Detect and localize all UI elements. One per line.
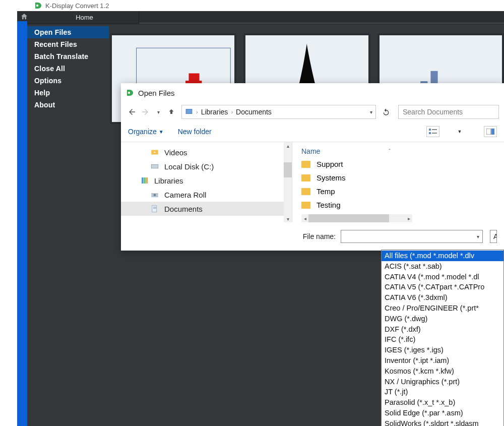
tree-item-libraries[interactable]: Libraries bbox=[121, 173, 292, 188]
sort-indicator-icon: ˆ bbox=[389, 149, 390, 154]
svg-rect-16 bbox=[486, 129, 491, 135]
filetype-option[interactable]: CATIA V5 (*.CATpart *.CATPro bbox=[382, 282, 503, 292]
window-titlebar: K-Display Convert 1.2 bbox=[0, 0, 504, 11]
filetype-filter[interactable]: All files (*.mod *.model *.dlv bbox=[490, 230, 497, 243]
filetype-option[interactable]: DXF (*.dxf) bbox=[382, 324, 503, 335]
folder-icon bbox=[301, 161, 310, 168]
svg-rect-11 bbox=[186, 109, 192, 113]
svg-rect-13 bbox=[432, 129, 437, 130]
tab-home-label: Home bbox=[76, 14, 93, 21]
dialog-title: Open Files bbox=[138, 89, 175, 97]
filetype-option[interactable]: NX / Unigraphics (*.prt) bbox=[382, 377, 503, 387]
menu-item-batch-translate[interactable]: Batch Translate bbox=[27, 50, 109, 63]
dialog-toolbar: Organize ▼ New folder ▼ bbox=[121, 121, 504, 142]
menu-item-help[interactable]: Help bbox=[27, 87, 109, 99]
nav-forward-button[interactable] bbox=[139, 106, 151, 118]
scroll-up-icon[interactable]: ▴ bbox=[284, 142, 292, 149]
filetype-option[interactable]: DWG (*.dwg) bbox=[382, 314, 503, 324]
menu-item-options[interactable]: Options bbox=[27, 75, 109, 87]
chevron-down-icon[interactable]: ▾ bbox=[477, 234, 479, 239]
svg-point-0 bbox=[36, 5, 38, 7]
tree-item-videos[interactable]: Videos bbox=[121, 145, 292, 159]
camera-icon bbox=[150, 190, 159, 199]
nav-up-button[interactable] bbox=[165, 106, 177, 118]
file-row[interactable]: Testing bbox=[301, 198, 504, 212]
column-header-name[interactable]: Name ˆ bbox=[301, 145, 504, 157]
filetype-option[interactable]: Inventor (*.ipt *.iam) bbox=[382, 355, 503, 366]
menu-item-recent-files[interactable]: Recent Files bbox=[27, 38, 109, 50]
filetype-filter-text: All files (*.mod *.model *.dlv bbox=[493, 232, 497, 240]
dialog-nav: ▾ › Libraries › Documents ▾ Search Docum… bbox=[121, 102, 504, 121]
address-dropdown-icon[interactable]: ▾ bbox=[370, 109, 372, 115]
svg-rect-15 bbox=[432, 133, 437, 134]
folder-tree[interactable]: VideosLocal Disk (C:)LibrariesCamera Rol… bbox=[121, 142, 292, 222]
search-input[interactable]: Search Documents bbox=[398, 105, 499, 119]
file-row[interactable]: Temp bbox=[301, 185, 504, 198]
filetype-option[interactable]: SolidWorks (*.sldprt *.sldasm bbox=[382, 418, 503, 426]
menu-item-close-all[interactable]: Close All bbox=[27, 63, 109, 75]
tab-strip-rest bbox=[139, 11, 504, 24]
filetype-dropdown[interactable]: All files (*.mod *.model *.dlvACIS (*.sa… bbox=[381, 250, 504, 426]
filetype-option[interactable]: Parasolid (*.x_t *.x_b) bbox=[382, 397, 503, 408]
dialog-footer: File name: ▾ All files (*.mod *.model *.… bbox=[121, 222, 504, 251]
hscroll-left-icon[interactable]: ◂ bbox=[301, 214, 308, 222]
filetype-option[interactable]: All files (*.mod *.model *.dlv bbox=[382, 251, 503, 261]
libs-icon bbox=[140, 176, 149, 185]
tab-home[interactable]: Home bbox=[30, 11, 139, 24]
filetype-option[interactable]: Solid Edge (*.par *.asm) bbox=[382, 408, 503, 418]
menu-item-about[interactable]: About bbox=[27, 99, 109, 111]
accent-bar bbox=[17, 21, 27, 426]
breadcrumb-libraries[interactable]: Libraries bbox=[201, 108, 228, 116]
filetype-option[interactable]: JT (*.jt) bbox=[382, 387, 503, 397]
filetype-option[interactable]: Creo / Pro/ENGINEER (*.prt* bbox=[382, 303, 503, 314]
dialog-logo-icon bbox=[126, 89, 134, 97]
file-row[interactable]: Support bbox=[301, 157, 504, 171]
filetype-option[interactable]: IGES (*.iges *.igs) bbox=[382, 345, 503, 355]
svg-rect-20 bbox=[151, 164, 158, 168]
svg-rect-27 bbox=[153, 207, 156, 207]
svg-rect-21 bbox=[142, 177, 144, 184]
chevron-right-icon: › bbox=[231, 109, 233, 115]
filetype-option[interactable]: ACIS (*.sat *.sab) bbox=[382, 261, 503, 272]
svg-point-25 bbox=[154, 194, 156, 197]
svg-rect-26 bbox=[152, 205, 157, 212]
tree-scrollbar[interactable] bbox=[284, 142, 292, 222]
preview-pane-button[interactable] bbox=[484, 126, 497, 137]
nav-back-button[interactable] bbox=[126, 106, 138, 118]
new-folder-label: New folder bbox=[178, 128, 212, 136]
breadcrumb-documents[interactable]: Documents bbox=[236, 108, 272, 116]
organize-label: Organize bbox=[128, 128, 157, 136]
view-dropdown-icon[interactable]: ▼ bbox=[454, 126, 466, 138]
tree-scroll-thumb[interactable] bbox=[284, 162, 292, 177]
hscroll-right-icon[interactable]: ▸ bbox=[405, 214, 412, 222]
tree-item-local-disk-c-[interactable]: Local Disk (C:) bbox=[121, 159, 292, 173]
filetype-option[interactable]: CATIA V6 (*.3dxml) bbox=[382, 292, 503, 303]
svg-rect-14 bbox=[429, 132, 431, 134]
view-mode-button[interactable] bbox=[426, 126, 439, 137]
svg-rect-22 bbox=[144, 177, 146, 184]
tree-item-documents[interactable]: Documents bbox=[121, 202, 292, 216]
folder-icon bbox=[301, 174, 310, 181]
new-folder-button[interactable]: New folder bbox=[178, 128, 212, 136]
svg-point-10 bbox=[128, 92, 130, 94]
file-list[interactable]: Name ˆ SupportSystemsTempTesting ◂ ▸ bbox=[292, 142, 504, 222]
filename-input[interactable]: ▾ bbox=[341, 230, 483, 243]
organize-menu[interactable]: Organize ▼ bbox=[128, 128, 164, 136]
file-row[interactable]: Systems bbox=[301, 171, 504, 185]
address-root-icon bbox=[185, 107, 193, 117]
file-hscroll-thumb[interactable] bbox=[308, 214, 389, 222]
address-bar[interactable]: › Libraries › Documents ▾ bbox=[181, 105, 376, 119]
refresh-button[interactable] bbox=[380, 106, 392, 118]
svg-rect-5 bbox=[188, 73, 199, 81]
filetype-option[interactable]: IFC (*.ifc) bbox=[382, 334, 503, 345]
filetype-option[interactable]: Kosmos (*.kcm *.kfw) bbox=[382, 366, 503, 377]
file-rows-container: SupportSystemsTempTesting bbox=[301, 157, 504, 212]
filetype-option[interactable]: CATIA V4 (*.mod *.model *.dl bbox=[382, 272, 503, 282]
tree-item-camera-roll[interactable]: Camera Roll bbox=[121, 188, 292, 202]
menu-item-open-files[interactable]: Open Files bbox=[27, 26, 109, 38]
chevron-right-icon: › bbox=[196, 109, 198, 115]
nav-recent-dropdown[interactable]: ▾ bbox=[152, 106, 164, 118]
scroll-down-icon[interactable]: ▾ bbox=[284, 215, 292, 222]
videos-icon bbox=[150, 148, 159, 157]
svg-rect-28 bbox=[153, 208, 156, 209]
